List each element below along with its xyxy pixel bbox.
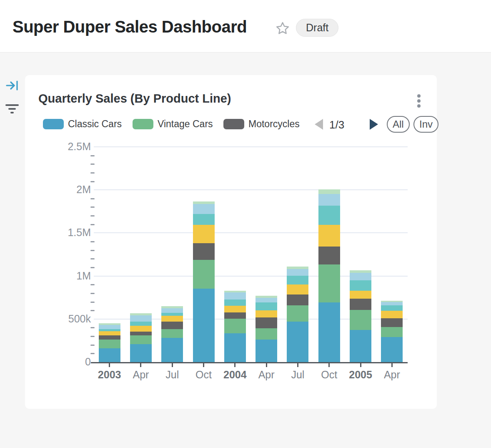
bar-segment[interactable] (350, 310, 371, 330)
bar-segment[interactable] (318, 206, 340, 225)
bar-segment[interactable] (193, 214, 215, 225)
bar-segment[interactable] (161, 338, 183, 362)
bar-segment[interactable] (318, 302, 340, 362)
bar-segment[interactable] (161, 308, 183, 313)
bar-segment[interactable] (256, 298, 277, 302)
y-minor-tick (90, 293, 95, 294)
bar-segment[interactable] (381, 327, 403, 337)
bar-segment[interactable] (99, 340, 120, 348)
bar-segment[interactable] (287, 269, 308, 276)
collapse-panel-icon[interactable] (5, 78, 19, 93)
bar-segment[interactable] (130, 344, 152, 362)
bar-segment[interactable] (256, 310, 277, 317)
bar-segment[interactable] (130, 313, 152, 315)
bar-segment[interactable] (99, 348, 120, 362)
stacked-bar-chart: 2.5M2M1.5M1M500k02003AprJulOct2004AprJul… (25, 75, 437, 409)
bar-segment[interactable] (318, 194, 340, 205)
bar-segment[interactable] (350, 330, 371, 362)
bar-segment[interactable] (130, 335, 152, 344)
status-badge: Draft (296, 19, 338, 37)
bar-segment[interactable] (224, 333, 246, 362)
y-minor-tick (90, 198, 95, 199)
y-minor-tick (90, 302, 95, 303)
bar-segment[interactable] (287, 284, 308, 294)
bar-segment[interactable] (161, 329, 183, 338)
bar-segment[interactable] (256, 340, 277, 362)
bar-segment[interactable] (161, 316, 183, 321)
bar-segment[interactable] (224, 319, 246, 333)
bar-segment[interactable] (130, 322, 152, 326)
bar-segment[interactable] (256, 302, 277, 310)
bar-segment[interactable] (287, 322, 308, 362)
bar-segment[interactable] (381, 311, 403, 318)
y-minor-tick (90, 224, 95, 225)
bar-segment[interactable] (256, 296, 277, 297)
favorite-star-icon[interactable] (275, 21, 290, 36)
y-minor-tick (90, 206, 95, 208)
bar-segment[interactable] (224, 312, 246, 319)
y-gridline (94, 146, 408, 147)
x-axis-tick (172, 363, 173, 367)
bar-segment[interactable] (224, 300, 246, 306)
bar-segment[interactable] (287, 305, 308, 322)
bar-segment[interactable] (130, 332, 152, 336)
y-minor-tick (90, 353, 95, 354)
bar-segment[interactable] (381, 301, 403, 302)
bar-segment[interactable] (193, 260, 215, 288)
bar-segment[interactable] (193, 225, 215, 243)
bar-segment[interactable] (193, 289, 215, 362)
bar-segment[interactable] (161, 306, 183, 308)
app-header: Super Duper Sales Dashboard Draft (0, 0, 491, 53)
y-gridline (94, 189, 408, 190)
bar-segment[interactable] (256, 317, 277, 328)
x-axis-tick (297, 363, 298, 367)
bar-segment[interactable] (318, 264, 340, 302)
y-minor-tick (90, 345, 95, 346)
y-minor-tick (90, 267, 95, 268)
bar-segment[interactable] (99, 331, 120, 335)
x-axis-tick (360, 363, 361, 367)
bar-segment[interactable] (350, 299, 371, 310)
bar-segment[interactable] (224, 292, 246, 300)
bar-segment[interactable] (381, 318, 403, 327)
x-axis-tick (109, 363, 110, 367)
bar-segment[interactable] (224, 306, 246, 312)
bar-segment[interactable] (318, 225, 340, 247)
bar-segment[interactable] (161, 313, 183, 316)
bar-segment[interactable] (130, 326, 152, 331)
y-minor-tick (90, 181, 95, 182)
bar-segment[interactable] (193, 243, 215, 260)
bar-segment[interactable] (193, 201, 215, 204)
y-axis-label: 500k (25, 313, 91, 325)
bar-segment[interactable] (350, 291, 371, 299)
bar-segment[interactable] (99, 335, 120, 340)
y-minor-tick (90, 250, 95, 251)
bar-segment[interactable] (381, 305, 403, 311)
bar-segment[interactable] (350, 280, 371, 291)
bar-segment[interactable] (381, 302, 403, 305)
bar-segment[interactable] (193, 204, 215, 214)
bar-segment[interactable] (381, 337, 403, 362)
y-axis-label: 2.5M (25, 141, 91, 153)
bar-segment[interactable] (224, 291, 246, 292)
filter-icon[interactable] (5, 102, 19, 116)
bar-segment[interactable] (99, 329, 120, 331)
bar-segment[interactable] (350, 273, 371, 280)
bar-segment[interactable] (130, 315, 152, 322)
page-title: Super Duper Sales Dashboard (13, 18, 247, 36)
y-minor-tick (90, 310, 95, 311)
y-minor-tick (90, 241, 95, 242)
bar-segment[interactable] (161, 322, 183, 330)
bar-segment[interactable] (318, 189, 340, 194)
bar-segment[interactable] (99, 323, 120, 325)
bar-segment[interactable] (350, 270, 371, 273)
bar-segment[interactable] (99, 325, 120, 329)
x-axis-tick (391, 363, 393, 367)
y-axis-label: 0 (25, 356, 91, 368)
y-minor-tick (90, 164, 95, 165)
bar-segment[interactable] (287, 267, 308, 269)
bar-segment[interactable] (318, 247, 340, 264)
bar-segment[interactable] (256, 328, 277, 340)
bar-segment[interactable] (287, 294, 308, 305)
bar-segment[interactable] (287, 276, 308, 284)
